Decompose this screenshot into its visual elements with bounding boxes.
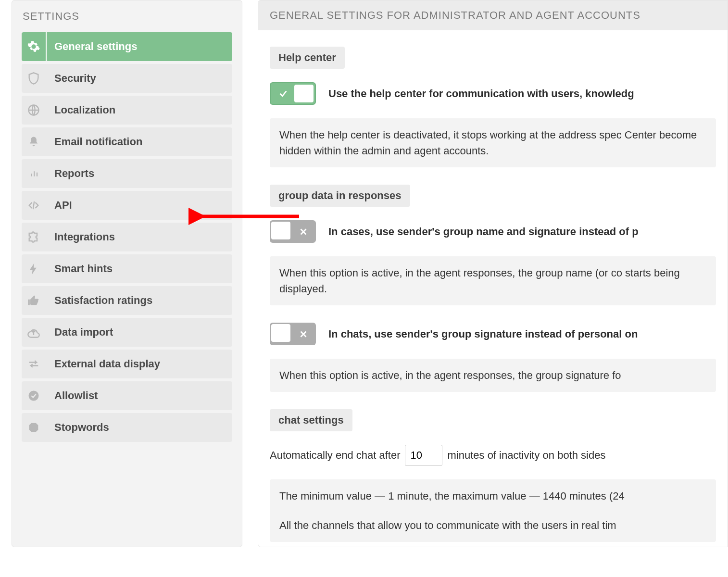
bell-icon (22, 127, 47, 156)
globe-icon (22, 96, 47, 125)
sidebar-item-label: Smart hints (47, 254, 113, 283)
x-icon (292, 323, 315, 345)
thumbs-up-icon (22, 286, 47, 315)
code-icon (22, 191, 47, 220)
sidebar-item-api[interactable]: API (22, 191, 232, 220)
toggle-group-cases[interactable] (270, 220, 316, 243)
chat-auto-end-post: minutes of inactivity on both sides (447, 449, 605, 462)
info-help-center: When the help center is deactivated, it … (270, 118, 716, 167)
section-tag-help-center: Help center (270, 47, 345, 69)
sidebar-item-security[interactable]: Security (22, 64, 232, 93)
sidebar-item-label: Stopwords (47, 413, 109, 442)
check-icon (272, 83, 295, 104)
sidebar-item-label: Data import (47, 318, 113, 347)
lightning-icon (22, 254, 47, 283)
sidebar-item-label: Localization (47, 96, 115, 125)
sidebar-item-reports[interactable]: Reports (22, 159, 232, 188)
puzzle-icon (22, 223, 47, 251)
toggle-group-chats[interactable] (270, 323, 316, 345)
check-badge-icon (22, 381, 47, 410)
stop-icon (22, 413, 47, 442)
sidebar-item-label: Security (47, 64, 96, 93)
sidebar-item-label: Satisfaction ratings (47, 286, 152, 315)
sidebar-item-smart-hints[interactable]: Smart hints (22, 254, 232, 283)
sidebar-item-label: Integrations (47, 223, 115, 251)
swap-arrows-icon (22, 350, 47, 378)
info-group-chats: When this option is active, in the agent… (270, 359, 716, 392)
toggle-help-center[interactable] (270, 82, 316, 105)
sidebar-item-satisfaction-ratings[interactable]: Satisfaction ratings (22, 286, 232, 315)
sidebar-item-label: Reports (47, 159, 94, 188)
main-title: GENERAL SETTINGS FOR ADMINISTRATOR AND A… (258, 0, 728, 30)
svg-point-1 (29, 391, 39, 401)
toggle-knob (271, 222, 290, 239)
sidebar-item-label: External data display (47, 350, 160, 378)
sidebar-item-localization[interactable]: Localization (22, 96, 232, 125)
gears-icon (22, 32, 47, 61)
sidebar-title: SETTINGS (12, 0, 242, 32)
sidebar-item-data-import[interactable]: Data import (22, 318, 232, 347)
section-tag-chat-settings: chat settings (270, 409, 352, 431)
sidebar-item-integrations[interactable]: Integrations (22, 223, 232, 251)
sidebar-item-stopwords[interactable]: Stopwords (22, 413, 232, 442)
toggle-knob (294, 85, 314, 102)
sidebar-item-label: General settings (47, 32, 137, 61)
sidebar-item-external-data-display[interactable]: External data display (22, 350, 232, 378)
x-icon (292, 220, 315, 243)
sidebar-item-general-settings[interactable]: General settings (22, 32, 232, 61)
toggle-knob (271, 324, 290, 342)
bar-chart-icon (22, 159, 47, 188)
settings-sidebar: SETTINGS General settings Security Local… (12, 0, 242, 547)
sidebar-item-label: API (47, 191, 72, 220)
chat-timeout-input[interactable] (405, 445, 442, 466)
sidebar-item-allowlist[interactable]: Allowlist (22, 381, 232, 410)
sidebar-item-label: Email notification (47, 127, 142, 156)
sidebar-item-email-notification[interactable]: Email notification (22, 127, 232, 156)
info-group-cases: When this option is active, in the agent… (270, 256, 716, 305)
info-chat-settings-line2: All the channels that allow you to commu… (279, 517, 706, 533)
chat-auto-end-pre: Automatically end chat after (270, 449, 400, 462)
toggle-label-group-cases: In cases, use sender's group name and si… (328, 226, 639, 238)
cloud-upload-icon (22, 318, 47, 347)
main-panel: GENERAL SETTINGS FOR ADMINISTRATOR AND A… (258, 0, 728, 547)
section-tag-group-data: group data in responses (270, 185, 410, 207)
shield-icon (22, 64, 47, 93)
info-chat-settings: The minimum value — 1 minute, the maximu… (270, 479, 716, 542)
sidebar-item-label: Allowlist (47, 381, 98, 410)
toggle-label-help-center: Use the help center for communication wi… (328, 88, 634, 100)
info-chat-settings-line1: The minimum value — 1 minute, the maximu… (279, 488, 706, 504)
toggle-label-group-chats: In chats, use sender's group signature i… (328, 328, 638, 340)
